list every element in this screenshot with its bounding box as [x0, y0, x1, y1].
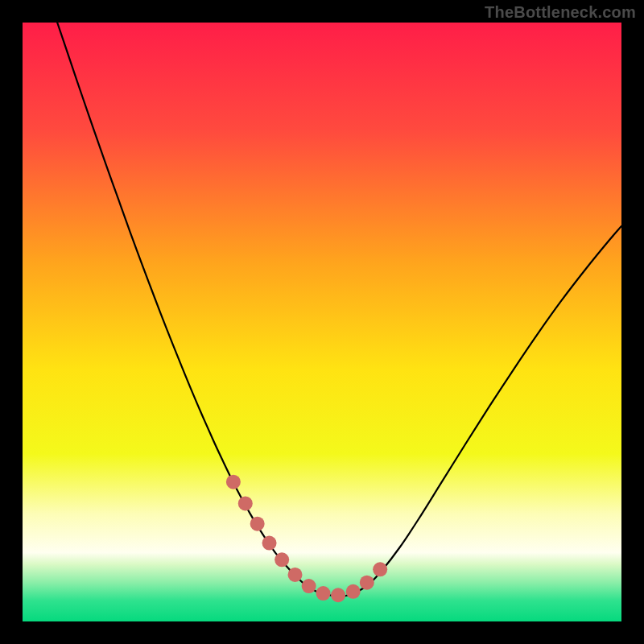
chart-background	[23, 23, 621, 621]
highlight-dot	[250, 517, 265, 531]
highlight-dot	[360, 576, 374, 590]
highlight-dot	[262, 536, 277, 551]
highlight-dot	[288, 568, 303, 582]
bottleneck-chart	[23, 23, 621, 621]
plot-area	[23, 23, 621, 621]
highlight-dot	[316, 586, 330, 601]
highlight-dot	[275, 552, 289, 567]
highlight-dot	[331, 588, 345, 602]
highlight-dot	[302, 579, 316, 593]
highlight-dot	[238, 496, 253, 510]
highlight-dot	[226, 475, 241, 489]
chart-frame: TheBottleneck.com	[0, 0, 644, 644]
highlight-dot	[346, 584, 361, 599]
highlight-dot	[373, 562, 387, 576]
watermark-text: TheBottleneck.com	[485, 3, 636, 22]
